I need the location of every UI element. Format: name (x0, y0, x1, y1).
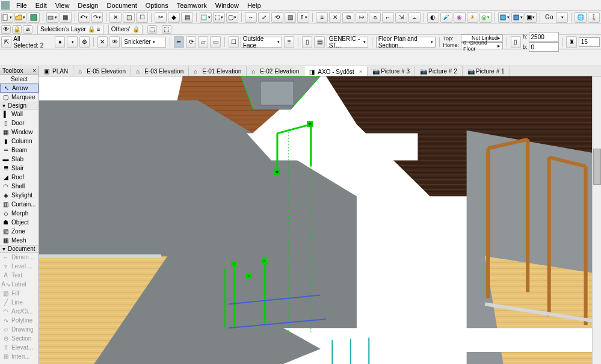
design-group[interactable]: ▾ Design (0, 102, 39, 110)
menu-document[interactable]: Document (103, 1, 141, 10)
scrollbar-thumb[interactable] (593, 149, 601, 185)
mirror-button[interactable]: ▥ (285, 12, 297, 23)
material-button[interactable]: ◉ (454, 12, 466, 23)
tool-fill[interactable]: ▧Fill (0, 289, 39, 298)
print-button[interactable] (46, 12, 58, 23)
cube-view-button[interactable] (498, 12, 510, 23)
tool-d-button[interactable]: ◆ (168, 12, 180, 23)
layer-mini[interactable]: ≋ (23, 25, 32, 34)
floorplan-combo[interactable]: Floor Plan and Section... (376, 37, 436, 48)
align-button[interactable]: ≡ (316, 12, 328, 23)
tool-curtain[interactable]: ▥Curtain... (0, 200, 39, 209)
tool-level[interactable]: ▿Level ... (0, 262, 39, 271)
tool-mesh[interactable]: ▦Mesh (0, 236, 39, 245)
tool-text[interactable]: AText (0, 271, 39, 280)
tool-cut-button[interactable]: ✂ (155, 12, 167, 23)
face-combo[interactable]: Outside Face (241, 37, 282, 48)
fillet-button[interactable]: ⌐ (382, 12, 394, 23)
favorite-dd[interactable] (67, 36, 77, 48)
view-tab-0[interactable]: ▣PLAN (39, 66, 73, 76)
menu-help[interactable]: Help (243, 1, 265, 10)
tool-section[interactable]: ⊖Section (0, 334, 39, 343)
tool-polyline[interactable]: ∿Polyline (0, 316, 39, 325)
print-preview-button[interactable]: ▦ (60, 12, 72, 23)
new-file-button[interactable] (1, 12, 13, 23)
viewport-3d[interactable] (39, 76, 601, 364)
tool-interior[interactable]: ⊞Interi... (0, 352, 39, 361)
tool-elevation[interactable]: ⇧Elevat... (0, 343, 39, 352)
tool-skylight[interactable]: ◈Skylight (0, 191, 39, 200)
lock-toggle[interactable]: 🔒 (12, 25, 22, 34)
view-circle-button[interactable]: ◎ (479, 12, 492, 23)
tool-wall[interactable]: ▌Wall (0, 110, 39, 119)
tool-c-button[interactable]: ☐ (136, 12, 148, 23)
menu-teamwork[interactable]: Teamwork (173, 1, 211, 10)
resize-button[interactable]: ⇲ (395, 12, 407, 23)
ref-align[interactable]: ≡ (284, 36, 294, 48)
tool-door[interactable]: ▯Door (0, 119, 39, 128)
tool-slab[interactable]: ▬Slab (0, 155, 39, 164)
geom-a[interactable]: ▱ (198, 36, 208, 48)
tool-morph[interactable]: ◇Morph (0, 209, 39, 218)
view-tab-3[interactable]: ⌂E-01 Elevation (189, 66, 247, 76)
tool-arrow[interactable]: ↖Arrow (0, 84, 39, 93)
geom-b[interactable]: ▭ (210, 36, 220, 48)
dropdown-1[interactable] (200, 12, 212, 23)
view-tab-8[interactable]: 📷Picture # 1 (463, 66, 510, 76)
go-dropdown[interactable] (556, 12, 568, 23)
intersect-button[interactable]: ⩍ (369, 12, 381, 23)
tab-close[interactable]: × (359, 69, 362, 75)
geom-rotate[interactable]: ⟳ (186, 36, 196, 48)
selections-layer-panel[interactable]: Selection's Layer 🔒 ≡ (37, 25, 103, 34)
vertical-scrollbar[interactable] (592, 76, 601, 364)
structure-combo[interactable]: GENERIC - ST... (327, 37, 368, 48)
selection-extra-b[interactable]: ⬚ (162, 25, 171, 34)
view-tab-7[interactable]: 📷Picture # 2 (415, 66, 463, 76)
tool-label[interactable]: A↘Label (0, 280, 39, 289)
elevate-button[interactable]: ⇑ (297, 12, 309, 23)
view-tab-2[interactable]: ⌂E-03 Elevation (131, 66, 189, 76)
base-input[interactable]: 0 (529, 42, 559, 52)
view-tab-6[interactable]: 📷Picture # 3 (368, 66, 415, 76)
tool-window[interactable]: ▦Window (0, 128, 39, 137)
menu-window[interactable]: Window (211, 1, 243, 10)
others-panel[interactable]: Others' 🔒 (108, 25, 143, 34)
ref-button[interactable]: ☐ (229, 36, 239, 48)
tool-arc[interactable]: ◠Arc/Ci... (0, 307, 39, 316)
dropdown-3[interactable]: ▢ (226, 12, 238, 23)
tool-column[interactable]: ▮Column (0, 137, 39, 146)
tool-object[interactable]: ☗Object (0, 218, 39, 227)
layer-combo[interactable]: Snickerier (122, 37, 165, 48)
render-button[interactable]: ☀ (467, 12, 479, 23)
layer-eye[interactable]: 👁 (109, 36, 120, 48)
selection-extra-a[interactable]: ⬚ (147, 25, 157, 34)
walk-button[interactable]: 🚶 (588, 12, 600, 23)
frame-view-button[interactable]: ▣ (525, 12, 537, 23)
menu-design[interactable]: Design (73, 1, 102, 10)
menu-file[interactable]: File (12, 1, 31, 10)
open-file-button[interactable] (14, 12, 26, 23)
height-input[interactable]: 2500 (529, 32, 559, 42)
globe-button[interactable]: 🌐 (575, 12, 587, 23)
drag-button[interactable]: ⤢ (258, 12, 270, 23)
dropdown-2[interactable]: ⬚ (213, 12, 225, 23)
tool-drawing[interactable]: ▱Drawing (0, 325, 39, 334)
home-story-combo[interactable]: 0. Ground Floor▸ (461, 42, 503, 49)
wall-prof[interactable]: ▯ (302, 36, 312, 48)
favorite-button[interactable]: ♦ (55, 36, 65, 48)
tool-line[interactable]: ╱Line (0, 298, 39, 307)
extra-input[interactable]: 15 (579, 37, 600, 47)
geom-flat[interactable]: ━ (174, 36, 184, 48)
tool-a-button[interactable]: ✕ (109, 12, 122, 23)
menu-edit[interactable]: Edit (31, 1, 51, 10)
sel-a[interactable]: ⇱ (1, 36, 11, 48)
tool-e-button[interactable]: ▤ (181, 12, 193, 23)
tool-stair[interactable]: ≣Stair (0, 164, 39, 173)
tool-zone[interactable]: ▨Zone (0, 227, 39, 236)
view-tab-5[interactable]: ◨AXO - Sydöst× (304, 66, 368, 76)
view-tab-4[interactable]: ⌂E-02 Elevation (247, 66, 304, 76)
split-button[interactable]: ⧉ (342, 12, 354, 23)
tool-b-button[interactable]: ◫ (123, 12, 135, 23)
document-group[interactable]: ▾ Document (0, 245, 39, 253)
paint-button[interactable]: 🖌 (440, 12, 452, 23)
